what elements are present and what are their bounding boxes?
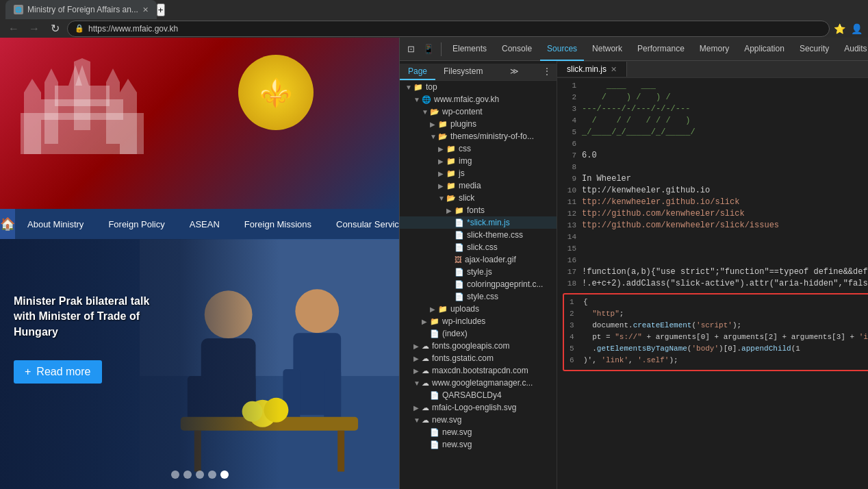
code-line: 4 / / / / / / ) [557, 116, 868, 127]
home-nav-button[interactable]: 🏠 [0, 209, 15, 239]
devtools-content: Page Filesystem ≫ ⋮ ▼ 📁 top ▼ 🌐 www.mfai [400, 61, 868, 489]
forward-button[interactable]: → [26, 23, 42, 35]
arrow-icon: ▶ [438, 182, 446, 190]
tree-label-slick-min: *slick.min.js [467, 218, 510, 227]
svg-rect-7 [44, 82, 58, 144]
tree-tab-page[interactable]: Page [400, 64, 435, 80]
folder-icon: 📁 [430, 317, 439, 326]
tab-close-icon[interactable]: ✕ [142, 5, 149, 14]
code-line: 11 ttp://kenwheeler.github.io/slick [557, 197, 868, 209]
tree-item-top[interactable]: ▼ 📁 top [400, 81, 557, 93]
devtools-tab-elements[interactable]: Elements [446, 38, 494, 61]
code-editor[interactable]: 1 ____ ___ 2 / ) / ) / 3 ---/----/-/---/… [557, 78, 868, 489]
devtools-tab-performance[interactable]: Performance [630, 38, 691, 61]
slide-dot-5[interactable] [220, 471, 229, 479]
devtools-tab-security[interactable]: Security [793, 38, 836, 61]
slide-dots [171, 471, 229, 479]
address-bar: ← → ↻ 🔒 https://www.mfaic.gov.kh ⭐ 👤 [0, 19, 868, 38]
url-bar[interactable]: 🔒 https://www.mfaic.gov.kh [67, 21, 830, 37]
slide-dot-2[interactable] [183, 471, 192, 479]
code-line: 7 6.0 [557, 151, 868, 162]
css-file-icon: 📄 [455, 243, 464, 252]
tree-item-bootstrap[interactable]: ▶ ☁ maxcdn.bootstrapcdn.com [400, 364, 557, 377]
tree-more-button[interactable]: ≫ [505, 64, 524, 80]
cloud-icon: ☁ [422, 416, 429, 425]
devtools-tab-memory[interactable]: Memory [693, 38, 736, 61]
file-icon: 📄 [430, 329, 439, 338]
lock-icon: 🔒 [75, 24, 84, 33]
tree-item-gstatic[interactable]: ▶ ☁ fonts.gstatic.com [400, 352, 557, 364]
inspect-icon[interactable]: ⊡ [403, 41, 419, 58]
nav-asean[interactable]: ASEAN [177, 209, 232, 239]
tree-item-slick-css[interactable]: 📄 slick.css [400, 241, 557, 253]
slide-dot-3[interactable] [196, 471, 204, 479]
tree-item-coloring[interactable]: 📄 coloringpageprint.c... [400, 278, 557, 290]
back-button[interactable]: ← [5, 23, 22, 35]
tree-item-qar[interactable]: 📄 QARSABCLDy4 [400, 389, 557, 401]
arrow-icon: ▼ [430, 133, 438, 140]
tree-item-googleapis[interactable]: ▶ ☁ fonts.googleapis.com [400, 340, 557, 352]
tree-item-img[interactable]: ▶ 📁 img [400, 155, 557, 167]
tree-item-media[interactable]: ▶ 📁 media [400, 179, 557, 192]
code-tab-close-icon[interactable]: ✕ [611, 65, 617, 74]
nav-foreign-policy[interactable]: Foreign Policy [96, 209, 177, 239]
new-tab-button[interactable]: + [157, 3, 165, 16]
slide-dot-1[interactable] [171, 471, 179, 479]
arrow-icon: ▼ [413, 416, 422, 424]
code-line: 12 ttp://github.com/kenwheeler/slick [557, 209, 868, 221]
svg-marker-11 [120, 79, 137, 92]
device-icon[interactable]: 📱 [420, 41, 437, 58]
devtools-tab-sources[interactable]: Sources [540, 38, 584, 61]
devtools-tab-console[interactable]: Console [495, 38, 539, 61]
nav-foreign-missions[interactable]: Foreign Missions [232, 209, 324, 239]
tree-item-style-js[interactable]: 📄 style.js [400, 266, 557, 278]
tree-label-wp-content: wp-content [442, 107, 483, 116]
devtools-tab-network[interactable]: Network [585, 38, 629, 61]
svg-file-icon: 📄 [430, 440, 439, 449]
tree-item-slick-min-js[interactable]: 📄 *slick.min.js [400, 216, 557, 229]
tree-item-domain[interactable]: ▼ 🌐 www.mfaic.gov.kh [400, 93, 557, 105]
tab-favicon: 🌐 [14, 5, 23, 14]
tree-label-slick-css: slick.css [467, 242, 498, 252]
code-line: 5 _/____/_/_____/_/_____/ [557, 127, 868, 139]
tree-item-js[interactable]: ▶ 📁 js [400, 167, 557, 179]
tree-tab-filesystem[interactable]: Filesystem [435, 64, 491, 80]
arrow-icon: ▶ [438, 170, 446, 177]
tree-item-newsvg2[interactable]: 📄 new.svg [400, 426, 557, 438]
svg-marker-14 [74, 58, 90, 62]
tree-item-newsvg3[interactable]: 📄 new.svg [400, 438, 557, 451]
tree-item-wp-content[interactable]: ▼ 📂 wp-content [400, 105, 557, 118]
nav-consular-service[interactable]: Consular Service [324, 209, 399, 239]
profile-icon[interactable]: 👤 [851, 23, 863, 34]
tree-item-ajax-loader[interactable]: 🖼 ajax-loader.gif [400, 253, 557, 266]
devtools-tab-audits[interactable]: Audits [837, 38, 868, 61]
tree-item-index[interactable]: 📄 (index) [400, 327, 557, 340]
tree-item-gtm[interactable]: ▼ ☁ www.googletagmanager.c... [400, 377, 557, 389]
nav-about-ministry[interactable]: About Ministry [15, 209, 96, 239]
tree-options-button[interactable]: ⋮ [537, 64, 557, 80]
tree-item-wp-includes[interactable]: ▶ 📁 wp-includes [400, 315, 557, 327]
arrow-icon: ▼ [405, 84, 413, 91]
slide-dot-4[interactable] [208, 471, 216, 479]
reload-button[interactable]: ↻ [47, 22, 63, 35]
tree-label-js: js [459, 168, 465, 178]
tree-item-style-css[interactable]: 📄 style.css [400, 290, 557, 303]
tree-item-logo[interactable]: ▶ ☁ mfaic-Logo-english.svg [400, 401, 557, 414]
site-header: ⚜️ [0, 38, 399, 209]
tree-item-themes[interactable]: ▼ 📂 themes/ministry-of-fo... [400, 130, 557, 142]
browser-tab[interactable]: 🌐 Ministry of Foreign Affairs an... ✕ [5, 0, 157, 19]
svg-marker-13 [106, 68, 120, 82]
tree-item-slick-theme[interactable]: 📄 slick-theme.css [400, 229, 557, 241]
bookmark-icon[interactable]: ⭐ [834, 23, 845, 34]
code-tab-slick[interactable]: slick.min.js ✕ [557, 62, 627, 77]
tree-item-css[interactable]: ▶ 📁 css [400, 142, 557, 155]
devtools-tab-application[interactable]: Application [737, 38, 791, 61]
tree-item-slick[interactable]: ▼ 📂 slick [400, 192, 557, 204]
read-more-button[interactable]: + Read more [14, 360, 102, 384]
tree-item-fonts[interactable]: ▶ 📁 fonts [400, 204, 557, 216]
tree-item-newsvg1[interactable]: ▼ ☁ new.svg [400, 414, 557, 426]
tree-label-qar: QARSABCLDy4 [442, 390, 502, 400]
tree-item-uploads[interactable]: ▶ 📁 uploads [400, 303, 557, 315]
emblem-circle: ⚜️ [238, 55, 314, 130]
tree-item-plugins[interactable]: ▶ 📁 plugins [400, 118, 557, 130]
